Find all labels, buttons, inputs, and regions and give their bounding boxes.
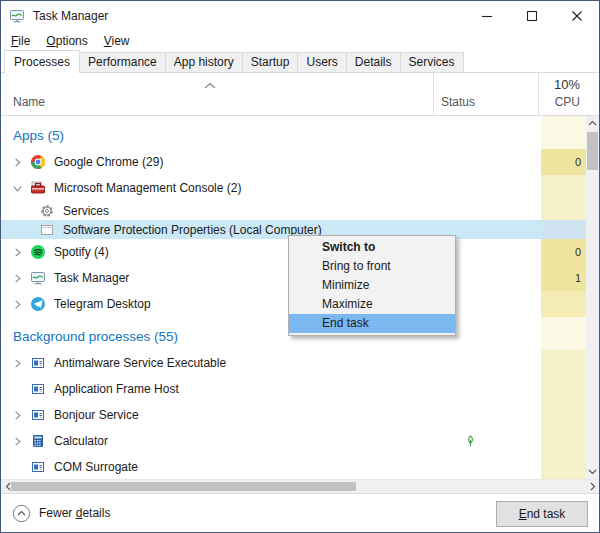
process-name: Calculator [54, 434, 108, 448]
cpu-cell: 0 [541, 149, 586, 175]
scroll-down-arrow-icon[interactable] [586, 465, 599, 479]
mmc-icon [30, 180, 46, 196]
cpu-cell [541, 291, 586, 317]
telegram-icon [30, 296, 46, 312]
close-icon [571, 10, 583, 22]
close-button[interactable] [554, 1, 599, 31]
task-manager-app-icon [9, 8, 25, 24]
task-manager-window: Task Manager FileOptionsView ProcessesPe… [0, 0, 600, 533]
process-name: Application Frame Host [54, 382, 179, 396]
cpu-cell [541, 402, 586, 428]
fewer-details-label: Fewer details [39, 506, 110, 520]
vertical-scrollbar-thumb[interactable] [587, 132, 598, 170]
column-separator [538, 73, 539, 116]
context-menu-item-bring-to-front[interactable]: Bring to front [289, 257, 455, 276]
tab-performance[interactable]: Performance [79, 52, 166, 72]
fewer-details-toggle[interactable]: Fewer details [12, 504, 110, 523]
cpu-total-percent[interactable]: 10% [554, 77, 580, 92]
context-menu-item-end-task[interactable]: End task [289, 314, 455, 333]
process-row[interactable]: COM Surrogate [1, 454, 586, 479]
process-name: Antimalware Service Executable [54, 356, 226, 370]
horizontal-scrollbar[interactable] [1, 479, 599, 493]
context-menu-item-maximize[interactable]: Maximize [289, 295, 455, 314]
footer-bar: Fewer details End task [1, 493, 599, 532]
column-header-name[interactable]: Name [13, 95, 45, 109]
process-name: Telegram Desktop [54, 297, 151, 311]
taskmgr-icon [30, 270, 46, 286]
process-row[interactable]: Application Frame Host [1, 376, 586, 402]
process-name: COM Surrogate [54, 460, 138, 474]
sort-ascending-icon [203, 81, 219, 91]
chevron-down-icon[interactable] [9, 183, 25, 194]
process-name: Software Protection Properties (Local Co… [63, 223, 322, 237]
suspended-leaf-icon [463, 434, 478, 449]
cpu-cell [541, 428, 586, 454]
process-name: Task Manager [54, 271, 129, 285]
generic-icon [30, 381, 46, 397]
column-separator [433, 73, 434, 116]
process-row[interactable]: Antimalware Service Executable [1, 350, 586, 376]
end-task-button[interactable]: End task [496, 501, 588, 527]
tab-strip: ProcessesPerformanceApp historyStartupUs… [1, 50, 599, 73]
scroll-right-arrow-icon[interactable] [586, 480, 599, 493]
window-controls [464, 1, 599, 31]
vertical-scrollbar[interactable] [586, 116, 599, 479]
scroll-up-arrow-icon[interactable] [586, 116, 599, 130]
tab-users[interactable]: Users [297, 52, 346, 72]
generic-icon [30, 459, 46, 475]
minimize-button[interactable] [464, 1, 509, 31]
process-name: Google Chrome (29) [54, 155, 163, 169]
cpu-cell: 0 [541, 239, 586, 265]
process-row[interactable]: Microsoft Management Console (2) [1, 175, 586, 201]
process-name: Spotify (4) [54, 245, 109, 259]
group-header-row[interactable]: Apps (5) [1, 116, 586, 149]
minimize-icon [481, 10, 493, 22]
process-row[interactable]: Bonjour Service [1, 402, 586, 428]
column-header-cpu[interactable]: CPU [555, 95, 580, 109]
process-row[interactable]: Calculator [1, 428, 586, 454]
cpu-cell [541, 376, 586, 402]
generic-icon [30, 355, 46, 371]
chrome-icon [30, 154, 46, 170]
chevron-right-icon[interactable] [9, 299, 25, 310]
context-menu-item-switch-to[interactable]: Switch to [289, 238, 455, 257]
process-row[interactable]: Google Chrome (29)0 [1, 149, 586, 175]
group-label: Apps (5) [1, 128, 64, 143]
cpu-cell [541, 317, 586, 350]
process-row[interactable]: Services [1, 201, 586, 220]
menu-bar: FileOptionsView [1, 31, 599, 50]
context-menu: Switch toBring to frontMinimizeMaximizeE… [288, 235, 456, 336]
chevron-right-icon[interactable] [9, 436, 25, 447]
maximize-icon [526, 10, 538, 22]
tab-details[interactable]: Details [346, 52, 401, 72]
menubar-item-options[interactable]: Options [38, 33, 95, 49]
maximize-button[interactable] [509, 1, 554, 31]
cpu-cell [541, 116, 586, 149]
calc-icon [30, 433, 46, 449]
titlebar: Task Manager [1, 1, 599, 31]
cpu-cell: 1 [541, 265, 586, 291]
spotify-icon [30, 244, 46, 260]
gear-icon [39, 203, 55, 219]
cpu-cell [541, 201, 586, 220]
tab-startup[interactable]: Startup [242, 52, 299, 72]
process-name: Microsoft Management Console (2) [54, 181, 241, 195]
menubar-item-view[interactable]: View [96, 33, 138, 49]
context-menu-item-minimize[interactable]: Minimize [289, 276, 455, 295]
chevron-right-icon[interactable] [9, 358, 25, 369]
column-header-status[interactable]: Status [441, 95, 475, 109]
tab-processes[interactable]: Processes [4, 50, 80, 73]
cpu-cell [541, 175, 586, 201]
horizontal-scrollbar-thumb[interactable] [11, 482, 356, 491]
window-title: Task Manager [33, 9, 108, 23]
process-name: Bonjour Service [54, 408, 139, 422]
tab-app-history[interactable]: App history [165, 52, 243, 72]
chevron-right-icon[interactable] [9, 273, 25, 284]
menubar-item-file[interactable]: File [11, 33, 38, 49]
tab-services[interactable]: Services [400, 52, 464, 72]
chevron-right-icon[interactable] [9, 247, 25, 258]
cpu-cell [541, 454, 586, 479]
window-icon [39, 222, 55, 238]
chevron-right-icon[interactable] [9, 157, 25, 168]
chevron-right-icon[interactable] [9, 410, 25, 421]
